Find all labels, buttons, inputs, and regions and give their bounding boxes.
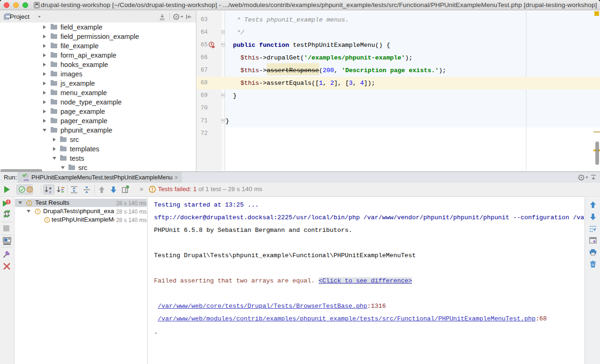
svg-text:z: z: [49, 190, 51, 193]
svg-text:php: php: [24, 178, 29, 181]
